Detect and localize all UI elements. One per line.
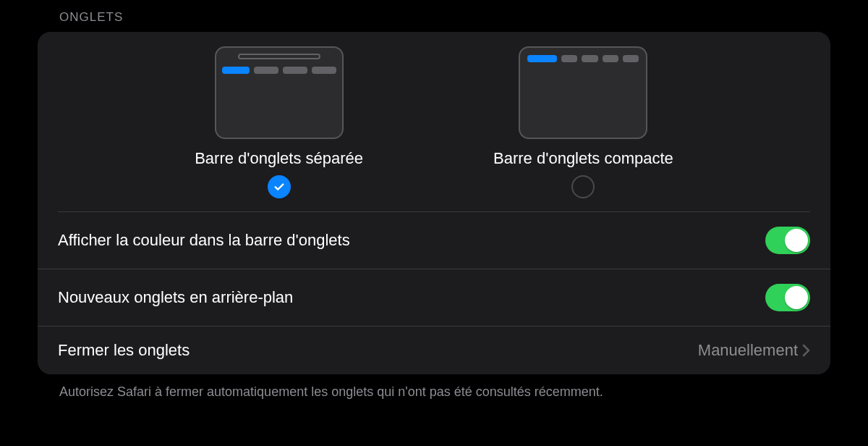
toggle-background-tabs[interactable] [765,284,810,311]
tab-layout-option-separate[interactable]: Barre d'onglets séparée [195,46,363,198]
preview-tabs-row [527,55,639,62]
checkmark-icon [273,180,286,193]
preview-tabs-row [222,67,336,74]
tab-layout-preview-compact [519,46,647,139]
preview-tab-active [527,55,556,62]
preview-tab [603,55,618,62]
preview-tab [283,67,307,74]
preview-tab [623,55,639,62]
preview-tab [312,67,336,74]
tab-layout-chooser: Barre d'onglets séparée [58,32,810,212]
tab-layout-preview-separate [215,46,344,139]
preview-address-bar [238,54,320,59]
tab-layout-radio-separate[interactable] [268,175,291,198]
preview-tab [582,55,597,62]
preview-tab-active [222,67,250,74]
close-tabs-value: Manuellement [698,341,798,360]
preview-tab [254,67,278,74]
preview-tab [561,55,577,62]
row-label-show-tab-color: Afficher la couleur dans la barre d'ongl… [58,231,350,250]
tab-layout-option-compact[interactable]: Barre d'onglets compacte [493,46,673,198]
row-value-close-tabs: Manuellement [698,341,810,360]
toggle-knob [785,286,808,309]
section-footer-close-tabs: Autorisez Safari à fermer automatiquemen… [38,374,830,400]
chevron-right-icon [802,344,810,357]
row-close-tabs[interactable]: Fermer les onglets Manuellement [38,327,830,374]
toggle-knob [785,229,808,252]
tabs-settings-panel: Barre d'onglets séparée [38,32,830,374]
section-header-tabs: Onglets [38,7,830,32]
tab-layout-label-separate: Barre d'onglets séparée [195,149,363,168]
tab-layout-radio-compact[interactable] [571,175,595,198]
row-show-tab-color: Afficher la couleur dans la barre d'ongl… [38,212,830,269]
toggle-show-tab-color[interactable] [765,227,810,254]
tab-layout-label-compact: Barre d'onglets compacte [493,149,673,168]
row-background-tabs: Nouveaux onglets en arrière-plan [38,269,830,327]
row-label-close-tabs: Fermer les onglets [58,341,190,360]
row-label-background-tabs: Nouveaux onglets en arrière-plan [58,288,293,307]
